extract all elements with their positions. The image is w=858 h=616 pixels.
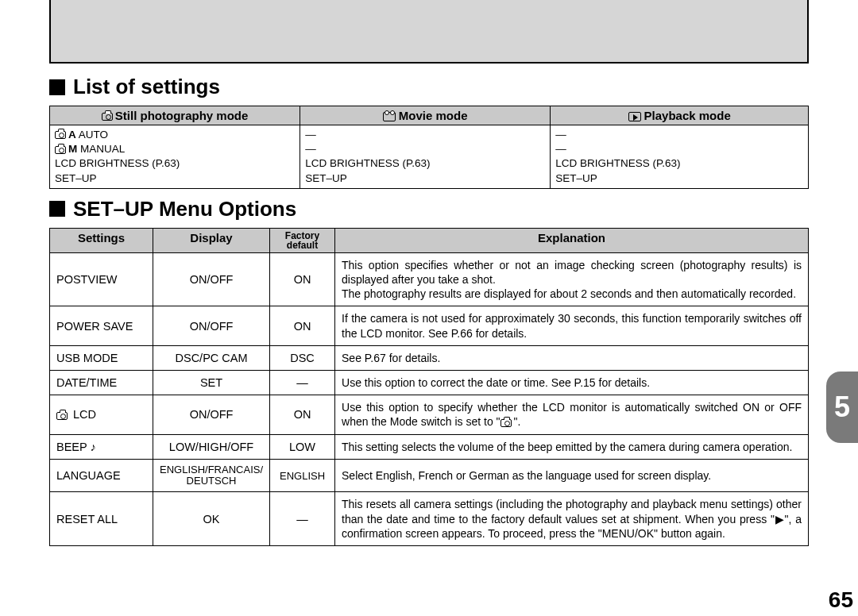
still-row-2: LCD BRIGHTNESS (P.63) — [55, 156, 295, 171]
default-cell: ON — [270, 395, 335, 434]
display-cell: DSC/PC CAM — [153, 345, 270, 370]
display-cell: OK — [153, 492, 270, 546]
playback-row-0: — — [555, 128, 803, 142]
display-cell: ON/OFF — [153, 395, 270, 434]
camera-icon — [500, 419, 512, 427]
default-cell: ON — [270, 252, 335, 306]
playback-row-3: SET–UP — [555, 171, 803, 186]
setting-cell: LANGUAGE — [50, 459, 153, 492]
movie-row-1: — — [305, 142, 545, 156]
list-of-settings-heading: List of settings — [49, 75, 809, 99]
setting-cell: POWER SAVE — [50, 306, 153, 345]
default-cell: ON — [270, 306, 335, 345]
explanation-cell: Use this option to correct the date or t… — [335, 371, 809, 395]
playback-row-1: — — [555, 142, 803, 156]
default-cell: DSC — [270, 345, 335, 370]
display-cell: ENGLISH/FRANCAIS/DEUTSCH — [153, 459, 270, 492]
explanation-cell: Use this option to specify whether the L… — [335, 395, 809, 434]
playback-row-2: LCD BRIGHTNESS (P.63) — [555, 156, 803, 171]
table-row: DATE/TIME SET — Use this option to corre… — [50, 371, 809, 395]
display-cell: SET — [153, 371, 270, 395]
section-tab: 5 — [826, 372, 858, 443]
still-row-3: SET–UP — [55, 171, 295, 186]
setting-cell: USB MODE — [50, 345, 153, 370]
table-row: POWER SAVE ON/OFF ON If the camera is no… — [50, 306, 809, 345]
playback-icon — [628, 112, 641, 121]
explanation-header: Explanation — [335, 228, 809, 252]
still-row-0: AUTO — [79, 129, 108, 141]
setting-cell: BEEP ♪ — [50, 434, 153, 459]
modes-table: Still photography mode Movie mode Playba… — [49, 106, 809, 189]
movie-mode-header: Movie mode — [399, 109, 468, 122]
camera-icon — [55, 146, 66, 154]
display-cell: ON/OFF — [153, 306, 270, 345]
list-title-text: List of settings — [73, 75, 220, 99]
default-cell: ENGLISH — [270, 459, 335, 492]
setting-cell: LCD — [50, 395, 153, 434]
display-cell: LOW/HIGH/OFF — [153, 434, 270, 459]
setting-cell: POSTVIEW — [50, 252, 153, 306]
explanation-cell: This option specifies whether or not an … — [335, 252, 809, 306]
default-cell: — — [270, 492, 335, 546]
display-cell: ON/OFF — [153, 252, 270, 306]
square-bullet-icon — [49, 201, 65, 217]
setup-menu-heading: SET–UP Menu Options — [49, 197, 809, 221]
still-mode-header: Still photography mode — [115, 109, 249, 122]
table-row: BEEP ♪ LOW/HIGH/OFF LOW This setting sel… — [50, 434, 809, 459]
movie-row-3: SET–UP — [305, 171, 545, 186]
default-header: Factorydefault — [275, 231, 330, 250]
camera-icon — [102, 113, 113, 121]
still-row-1: MANUAL — [80, 143, 125, 155]
table-row: USB MODE DSC/PC CAM DSC See P.67 for det… — [50, 345, 809, 370]
table-row: LANGUAGE ENGLISH/FRANCAIS/DEUTSCH ENGLIS… — [50, 459, 809, 492]
square-bullet-icon — [49, 79, 65, 95]
music-note-icon: ♪ — [90, 441, 95, 453]
explanation-cell: This resets all camera settings (includi… — [335, 492, 809, 546]
setup-title-text: SET–UP Menu Options — [73, 197, 296, 221]
movie-icon — [383, 112, 396, 121]
playback-mode-header: Playback mode — [644, 109, 731, 122]
page-number: 65 — [829, 587, 853, 613]
default-cell: — — [270, 371, 335, 395]
camera-icon — [56, 412, 68, 420]
explanation-cell: If the camera is not used for approximat… — [335, 306, 809, 345]
display-header: Display — [153, 228, 270, 252]
setting-cell: DATE/TIME — [50, 371, 153, 395]
setting-cell: RESET ALL — [50, 492, 153, 546]
explanation-cell: This setting selects the volume of the b… — [335, 434, 809, 459]
page-content: List of settings Still photography mode … — [49, 70, 809, 546]
tab-number: 5 — [834, 391, 850, 424]
movie-row-2: LCD BRIGHTNESS (P.63) — [305, 156, 545, 171]
explanation-cell: See P.67 for details. — [335, 345, 809, 370]
table-row: RESET ALL OK — This resets all camera se… — [50, 492, 809, 546]
camera-icon — [55, 131, 66, 139]
header-placeholder-box — [49, 0, 809, 64]
explanation-cell: Select English, French or German as the … — [335, 459, 809, 492]
setup-table: Settings Display Factorydefault Explanat… — [49, 228, 809, 546]
table-row: POSTVIEW ON/OFF ON This option specifies… — [50, 252, 809, 306]
table-row: LCD ON/OFF ON Use this option to specify… — [50, 395, 809, 434]
default-cell: LOW — [270, 434, 335, 459]
movie-row-0: — — [305, 128, 545, 142]
settings-header: Settings — [50, 228, 153, 252]
